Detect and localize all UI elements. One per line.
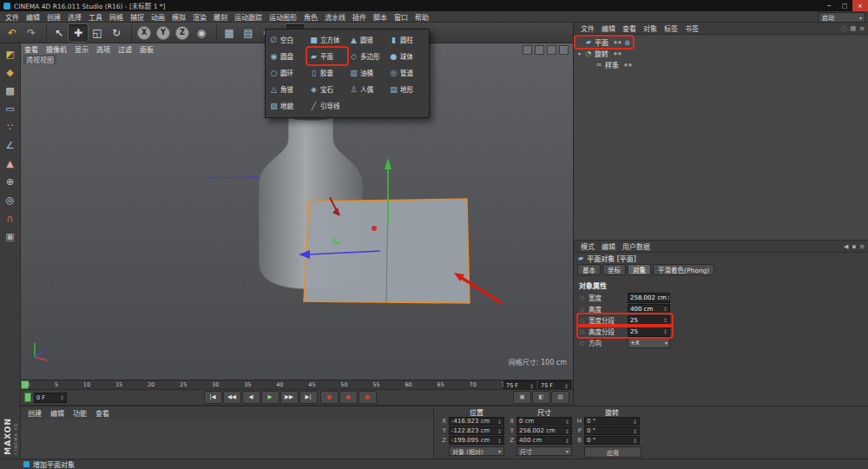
object-manager-menu[interactable]: 编辑 (598, 23, 619, 33)
spinner-icon[interactable]: ↕ (497, 428, 502, 434)
menu-item[interactable]: 工具 (85, 12, 106, 22)
attribute-tab[interactable]: 坐标 (602, 264, 626, 275)
maximize-button[interactable]: □ (837, 0, 852, 11)
enable-snap-button[interactable]: ∩ (2, 209, 19, 227)
view-options-icon[interactable] (559, 45, 569, 55)
om-options-icon[interactable]: ≡ (859, 25, 865, 32)
primitive-item[interactable]: △ 角锥 (267, 81, 307, 97)
close-button[interactable]: × (852, 0, 868, 11)
spinner-icon[interactable]: ↕ (564, 383, 569, 389)
undo-button[interactable]: ↶ (3, 24, 22, 42)
object-name[interactable]: 平面 (595, 37, 608, 47)
visibility-toggle-icon[interactable]: ●● (614, 40, 622, 44)
menu-item[interactable]: 网格 (106, 12, 127, 22)
object-manager-menu[interactable]: 书签 (681, 23, 702, 33)
menu-item[interactable]: 创建 (43, 12, 64, 22)
redo-button[interactable]: ↷ (22, 24, 41, 42)
primitive-item[interactable]: ◉ 圆盘 (267, 48, 307, 64)
texture-mode-button[interactable]: ▩ (2, 82, 19, 99)
primitive-item[interactable]: ◎ 管道 (387, 64, 427, 81)
object-row[interactable]: ▰ 平面 ●● ◍ (575, 36, 633, 48)
material-manager-menu[interactable]: 查看 (92, 408, 113, 418)
material-manager-menu[interactable]: 功能 (69, 408, 90, 418)
primitive-item[interactable]: ▲ 圆锥 (347, 31, 387, 48)
primitive-item[interactable]: ○ 圆环 (267, 64, 307, 81)
points-mode-button[interactable]: ∵ (2, 118, 19, 135)
material-manager-menu[interactable]: 编辑 (47, 408, 68, 418)
size-field[interactable]: 0 cm ↕ (516, 417, 572, 426)
workplane-lock-button[interactable]: ▣ (2, 228, 19, 245)
enable-axis-button[interactable]: ⊕ (2, 173, 19, 190)
single-view-icon[interactable] (523, 45, 532, 55)
playback-rate-button[interactable]: ▣ (513, 391, 531, 404)
keyframe-circle-icon[interactable]: ○ (580, 328, 586, 334)
primitive-item[interactable]: ♙ 人偶 (347, 81, 387, 97)
menu-item[interactable]: 雕刻 (210, 12, 231, 22)
primitive-item[interactable]: ◈ 宝石 (307, 81, 347, 97)
primitive-item[interactable]: ▮ 圆柱 (387, 31, 427, 48)
menu-item[interactable]: 插件 (349, 12, 370, 22)
goto-start-button[interactable]: |◀ (204, 391, 222, 404)
rotation-field[interactable]: 0 ° ↕ (584, 426, 640, 435)
lock-x-axis-button[interactable]: X (135, 24, 154, 42)
om-filter-icon[interactable]: ▤ (851, 25, 857, 32)
render-picture-viewer-button[interactable]: ▤ (239, 24, 258, 42)
polygons-mode-button[interactable]: ▲ (2, 155, 19, 172)
spinner-icon[interactable]: ↕ (633, 438, 637, 444)
attribute-value-field[interactable]: 258.002 cm ↕ (628, 293, 670, 303)
material-list-area[interactable] (21, 419, 433, 459)
render-view-button[interactable]: ▦ (220, 24, 239, 42)
coordinate-system-button[interactable]: ◉ (192, 24, 211, 42)
position-field[interactable]: -122.823 cm ↕ (449, 426, 504, 435)
attribute-manager-menu[interactable]: 编辑 (598, 241, 619, 251)
attribute-tab[interactable]: 基本 (577, 264, 601, 275)
menu-item[interactable]: 渲染 (189, 12, 210, 22)
spinner-icon[interactable]: ↕ (565, 438, 569, 444)
live-selection-button[interactable]: ↖ (49, 24, 69, 42)
object-manager-menu[interactable]: 对象 (640, 23, 661, 33)
lock-y-axis-button[interactable]: Y (154, 24, 173, 42)
keyframe-circle-icon[interactable]: ○ (580, 317, 586, 323)
keyframe-circle-icon[interactable]: ○ (580, 306, 586, 312)
primitive-item[interactable]: ◇ 多边形 (347, 48, 387, 64)
layout-preset-dropdown[interactable]: 启动 ▾ (819, 12, 865, 23)
prev-key-button[interactable]: ◀◀ (223, 391, 241, 404)
play-button[interactable]: ▶ (261, 391, 279, 404)
attribute-value-field[interactable]: 400 cm ↕ (628, 304, 670, 314)
menu-item[interactable]: 运动跟踪 (231, 12, 266, 22)
primitive-item[interactable]: ∅ 空白 (267, 31, 307, 48)
spinner-icon[interactable]: ↕ (663, 328, 667, 334)
prev-frame-button[interactable]: ◀ (242, 391, 260, 404)
viewport-menu-item[interactable]: 显示 (75, 44, 89, 54)
lock-z-axis-button[interactable]: Z (173, 24, 192, 42)
rotation-field[interactable]: 0 ° ↕ (584, 436, 640, 445)
rotate-tool-button[interactable]: ↻ (107, 24, 126, 42)
record-keyframe-button[interactable]: ● (320, 391, 339, 404)
attribute-tab[interactable]: 平滑着色(Phong) (653, 264, 714, 275)
expand-toggle-icon[interactable]: ▾ (578, 50, 584, 56)
keyframe-circle-icon[interactable]: ○ (580, 340, 586, 346)
z-axis-handle[interactable] (372, 226, 377, 231)
timeline-ruler[interactable]: 051015202530354045505560657075 75 F↕ 75 … (21, 380, 573, 390)
viewport-menu-item[interactable]: 过滤 (118, 44, 132, 54)
workplane-mode-button[interactable]: ▭ (2, 100, 19, 117)
primitive-item[interactable]: ▤ 地形 (387, 81, 427, 97)
spinner-icon[interactable]: ↕ (529, 383, 534, 389)
viewport-menu-item[interactable]: 查看 (24, 44, 38, 54)
minimize-button[interactable]: ─ (821, 0, 837, 11)
menu-item[interactable]: 文件 (2, 12, 23, 22)
primitive-item[interactable]: ▥ 油桶 (347, 64, 387, 81)
am-lock-icon[interactable]: ▪ (852, 243, 856, 250)
size-field[interactable]: 258.002 cm ↕ (516, 426, 572, 435)
object-manager-menu[interactable]: 查看 (619, 23, 640, 33)
hud-button[interactable]: ▤ (551, 391, 569, 404)
sound-button[interactable]: ◧ (532, 391, 550, 404)
size-field[interactable]: 400 cm ↕ (516, 436, 572, 445)
viewport-solo-button[interactable]: ◎ (2, 191, 19, 208)
current-frame-field[interactable]: 0 F↕ (34, 393, 67, 403)
attribute-manager-menu[interactable]: 模式 (577, 241, 598, 251)
primitive-item[interactable]: ▰ 平面 (307, 48, 347, 64)
am-options-icon[interactable]: ≡ (859, 243, 865, 250)
menu-item[interactable]: 选择 (64, 12, 85, 22)
four-view-icon[interactable] (535, 45, 544, 55)
